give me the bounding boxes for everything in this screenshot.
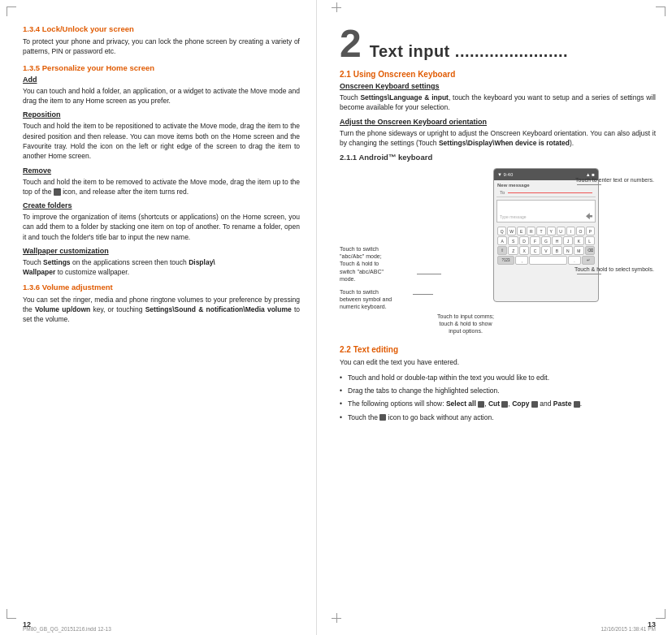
key-s: S [508,236,518,245]
callout-line-2 [577,274,601,274]
keyboard-row-3: ⇧ Z X C V B N M ⌫ [497,246,595,255]
add-label: Add [23,76,300,84]
key-l: L [585,236,595,245]
to-line [508,192,592,193]
phone-screen: ▼ 9:40 ▲ ■ New message To Type message Q… [493,168,599,302]
bullet-3: The following options will show: Select … [340,399,656,408]
callout-line-1 [577,184,601,185]
wallpaper-body: Touch Settings on the applications scree… [23,257,300,278]
create-folders-body: To improve the organization of items (sh… [23,212,300,242]
callout-top-right: Touch to enter text or numbers. [575,176,654,184]
section-22-bullets: Touch and hold or double-tap within the … [340,373,656,422]
key-o: O [576,227,585,235]
wallpaper-label: Wallpaper customization [23,247,300,255]
key-m: M [574,246,583,255]
cut-icon [501,401,508,408]
add-section: Add You can touch and hold a folder, an … [23,76,300,106]
key-g: G [541,236,551,245]
section-136: 1.3.6 Volume adjustment You can set the … [23,283,300,325]
paste-bold: Paste [553,400,572,408]
section-21-heading: 2.1 Using Onscreen Keyboard [340,70,656,79]
to-label: To [500,190,505,195]
key-d: D [519,236,529,245]
reposition-label: Reposition [23,110,300,119]
key-y: Y [547,227,556,235]
section-136-heading: 1.3.6 Volume adjustment [23,283,300,292]
to-row: To [496,188,596,197]
wallpaper-section: Wallpaper customization Touch Settings o… [23,247,300,278]
keyboard-diagram: ▼ 9:40 ▲ ■ New message To Type message Q… [340,168,656,339]
section-21: 2.1 Using Onscreen Keyboard Onscreen Key… [340,70,656,148]
bullet-4: Touch the icon to go back without any ac… [340,413,656,422]
key-f: F [530,236,540,245]
key-r: R [527,227,535,235]
key-t: T [536,227,545,235]
remove-label: Remove [23,166,300,175]
chapter-heading-wrap: 2 Text input ....................... [340,24,656,63]
settings-bold: Settings\Sound & notification\Media volu… [145,305,292,313]
onscreen-settings-body: Touch Settings\Language & input, touch t… [340,93,656,113]
wallpaper-bold-settings: Settings [43,258,71,266]
move-icon [54,188,61,196]
key-i: I [566,227,575,235]
section-22-intro: You can edit the text you have entered. [340,357,656,367]
section-211-heading: 2.1.1 Android™ keyboard [340,153,656,162]
callout-input-comms: Touch to input comms; touch & hold to sh… [437,313,494,335]
keyboard-row-2: A S D F G H J K L [497,236,595,245]
key-period: . [568,256,581,265]
type-message-label: Type message [500,214,527,219]
key-w: W [507,227,516,235]
section-211: 2.1.1 Android™ keyboard [340,153,656,162]
volume-bold: Volume up/down [35,305,90,313]
back-icon [379,414,386,421]
section-134-heading: 1.3.4 Lock/Unlock your screen [23,24,300,33]
select-all-icon [478,401,484,408]
callout-line-abc [417,274,441,274]
keyboard-row-4: ?123 , . ↵ [497,256,595,265]
adjust-orientation-label: Adjust the Onscreen Keyboard orientation [340,118,656,126]
bullet-2: Drag the tabs to change the highlighted … [340,386,656,395]
key-h: H [552,236,561,245]
reposition-body: Touch and hold the item to be reposition… [23,121,300,161]
key-space [529,256,566,265]
cut-bold: Cut [488,400,500,408]
remove-section: Remove Touch and hold the item to be rem… [23,166,300,197]
key-e: E [517,227,526,235]
key-c: C [530,246,540,255]
wallpaper-bold-wallpaper: Wallpaper [23,268,55,276]
settings-lang-bold: Settings\Language & input [360,93,448,102]
key-backspace: ⌫ [585,246,595,255]
onscreen-settings-label: Onscreen Keyboard settings [340,82,656,90]
message-area: Type message [496,200,596,222]
create-folders-section: Create folders To improve the organizati… [23,201,300,242]
key-comma: , [515,256,528,265]
bullet-1: Touch and hold or double-tap within the … [340,373,656,382]
key-a: A [497,236,507,245]
section-22: 2.2 Text editing You can edit the text y… [340,345,656,422]
key-123: ?123 [497,256,514,265]
callout-switch-symbol: Touch to switch between symbol and numer… [340,288,392,310]
chapter-number: 2 [340,24,362,63]
section-136-body: You can set the ringer, media and phone … [23,295,300,325]
reposition-section: Reposition Touch and hold the item to be… [23,110,300,161]
remove-body: Touch and hold the item to be removed to… [23,177,300,197]
key-k: K [574,236,583,245]
callout-switch-abc: Touch to switch "abc/Abc" mode; Touch & … [340,245,384,282]
key-n: N [563,246,573,255]
onscreen-keyboard-settings: Onscreen Keyboard settings Touch Setting… [340,82,656,113]
copy-icon [531,401,538,408]
page-container: 1.3.4 Lock/Unlock your screen To protect… [0,0,672,635]
callout-bottom-right: Touch & hold to select symbols. [574,266,654,273]
key-u: U [557,227,566,235]
section-134-body: To protect your phone and privacy, you c… [23,37,300,57]
keyboard-row-1: Q W E R T Y U I O P [497,227,595,235]
paste-icon [574,401,580,408]
adjust-orientation: Adjust the Onscreen Keyboard orientation… [340,118,656,149]
section-22-heading: 2.2 Text editing [340,345,656,354]
chapter-title: Text input ....................... [370,42,568,61]
send-arrow-icon [586,213,592,219]
section-135: 1.3.5 Personalize your Home screen [23,63,300,72]
settings-display-bold: Settings\Display\When device is rotated [439,139,570,147]
create-folders-label: Create folders [23,201,300,210]
key-x: X [519,246,529,255]
